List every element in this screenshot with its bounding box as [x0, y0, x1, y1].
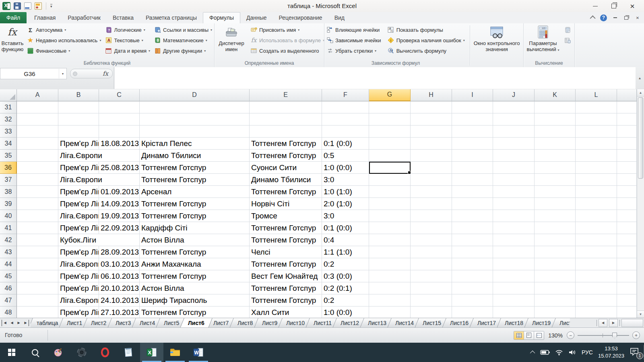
- cell-L34[interactable]: [576, 138, 617, 150]
- ribbon-tab-Разработчик[interactable]: Разработчик: [62, 12, 107, 23]
- cell-L33[interactable]: [576, 125, 617, 138]
- battery-icon[interactable]: [540, 350, 550, 355]
- cell-E41[interactable]: Тоттенгем Готспур: [250, 222, 322, 234]
- first-sheet-button[interactable]: ◀: [2, 320, 8, 326]
- cell-H44[interactable]: [411, 258, 452, 270]
- cell-C39[interactable]: 14.09.2013: [99, 198, 140, 210]
- volume-icon[interactable]: [568, 349, 576, 356]
- row-header-41[interactable]: 41: [0, 222, 17, 234]
- cell-J35[interactable]: [493, 150, 535, 162]
- cell-B44[interactable]: Ліга.Європи: [58, 258, 99, 270]
- column-header-I[interactable]: I: [452, 89, 493, 101]
- preview-icon[interactable]: [24, 2, 31, 10]
- insert-function-fx-icon[interactable]: fx: [103, 70, 108, 77]
- cell-C41[interactable]: 22.09.2013: [99, 222, 140, 234]
- column-header-C[interactable]: C: [99, 89, 140, 101]
- cell-F32[interactable]: [322, 113, 369, 125]
- cell-K44[interactable]: [535, 258, 576, 270]
- row-header-34[interactable]: 34: [0, 138, 17, 150]
- workbook-close-button[interactable]: ✕: [634, 15, 641, 21]
- cell-A39[interactable]: [17, 198, 58, 210]
- cell-C47[interactable]: 24.10.2013: [99, 294, 140, 306]
- ribbon-tab-Главная[interactable]: Главная: [28, 12, 62, 23]
- cell-E46[interactable]: Тоттенгем Готспур: [250, 282, 322, 294]
- cell-K47[interactable]: [535, 294, 576, 306]
- cell-L45[interactable]: [576, 270, 617, 282]
- cell-K37[interactable]: [535, 174, 576, 186]
- cell-D37[interactable]: Тоттенгем Готспур: [140, 174, 250, 186]
- cell-D43[interactable]: Тоттенгем Готспур: [140, 246, 250, 258]
- cell-B35[interactable]: Ліга.Європи: [58, 150, 99, 162]
- cell-A44[interactable]: [17, 258, 58, 270]
- cell-K41[interactable]: [535, 222, 576, 234]
- column-header-D[interactable]: D: [140, 89, 250, 101]
- cell-C32[interactable]: [99, 113, 140, 125]
- cell-I40[interactable]: [452, 210, 493, 222]
- cell-E38[interactable]: Тоттенгем Готспур: [250, 186, 322, 198]
- cell-G33[interactable]: [369, 125, 411, 138]
- cell-D38[interactable]: Арсенал: [140, 186, 250, 198]
- taskbar-browser[interactable]: [70, 343, 93, 362]
- row-header-31[interactable]: 31: [0, 101, 17, 113]
- cell-K45[interactable]: [535, 270, 576, 282]
- column-header-A[interactable]: A: [17, 89, 58, 101]
- workbook-restore-button[interactable]: [623, 15, 630, 21]
- cell-K43[interactable]: [535, 246, 576, 258]
- row-header-32[interactable]: 32: [0, 113, 17, 125]
- column-header-B[interactable]: B: [58, 89, 99, 101]
- row-header-45[interactable]: 45: [0, 270, 17, 282]
- cell-E39[interactable]: Норвіч Сіті: [250, 198, 322, 210]
- name-box-dropdown-icon[interactable]: ▾: [59, 69, 66, 78]
- cell-F33[interactable]: [322, 125, 369, 138]
- calculation-options-button[interactable]: 123 Параметры вычислений ▾: [524, 25, 562, 59]
- save-icon[interactable]: [14, 2, 21, 10]
- cell-partial-43[interactable]: [617, 246, 637, 258]
- math-trig-button[interactable]: θ Математические ▾: [152, 35, 214, 45]
- horizontal-scrollbar[interactable]: [621, 319, 643, 327]
- zoom-slider[interactable]: [578, 335, 629, 336]
- cell-H36[interactable]: [411, 162, 452, 174]
- cell-A43[interactable]: [17, 246, 58, 258]
- cell-L31[interactable]: [576, 101, 617, 113]
- restore-button[interactable]: [605, 0, 623, 12]
- cell-I48[interactable]: [452, 306, 493, 318]
- evaluate-formula-button[interactable]: fx Вычислить формулу: [386, 45, 470, 56]
- cell-J40[interactable]: [493, 210, 535, 222]
- cell-J33[interactable]: [493, 125, 535, 138]
- cell-J32[interactable]: [493, 113, 535, 125]
- cell-J31[interactable]: [493, 101, 535, 113]
- cell-J39[interactable]: [493, 198, 535, 210]
- cell-I33[interactable]: [452, 125, 493, 138]
- excel-logo[interactable]: [2, 2, 10, 10]
- cell-partial-40[interactable]: [617, 210, 637, 222]
- cell-H31[interactable]: [411, 101, 452, 113]
- last-sheet-button[interactable]: ▶: [23, 320, 29, 326]
- next-sheet-button[interactable]: ▶: [16, 320, 22, 326]
- row-header-40[interactable]: 40: [0, 210, 17, 222]
- cell-partial-48[interactable]: [617, 306, 637, 318]
- cell-F38[interactable]: 1:0 (1:0): [322, 186, 369, 198]
- cell-L48[interactable]: [576, 306, 617, 318]
- cell-J44[interactable]: [493, 258, 535, 270]
- qat-dropdown-icon[interactable]: ▾: [50, 4, 52, 8]
- cell-D34[interactable]: Крістал Пелес: [140, 138, 250, 150]
- cell-D42[interactable]: Астон Вілла: [140, 234, 250, 246]
- help-icon[interactable]: ?: [600, 14, 607, 21]
- cell-C42[interactable]: [99, 234, 140, 246]
- cell-G41[interactable]: [369, 222, 411, 234]
- cell-I41[interactable]: [452, 222, 493, 234]
- cell-G32[interactable]: [369, 113, 411, 125]
- cell-H37[interactable]: [411, 174, 452, 186]
- cell-F43[interactable]: 1:1 (1:0): [322, 246, 369, 258]
- cell-A37[interactable]: [17, 174, 58, 186]
- cell-H48[interactable]: [411, 306, 452, 318]
- cell-H43[interactable]: [411, 246, 452, 258]
- ribbon-tab-Данные[interactable]: Данные: [240, 12, 273, 23]
- taskbar-excel[interactable]: X: [140, 343, 163, 362]
- cell-H38[interactable]: [411, 186, 452, 198]
- lookup-reference-button[interactable]: Ссылки и массивы ▾: [152, 25, 214, 35]
- cell-partial-42[interactable]: [617, 234, 637, 246]
- cell-L47[interactable]: [576, 294, 617, 306]
- financial-button[interactable]: Финансовые ▾: [25, 45, 103, 56]
- cell-K38[interactable]: [535, 186, 576, 198]
